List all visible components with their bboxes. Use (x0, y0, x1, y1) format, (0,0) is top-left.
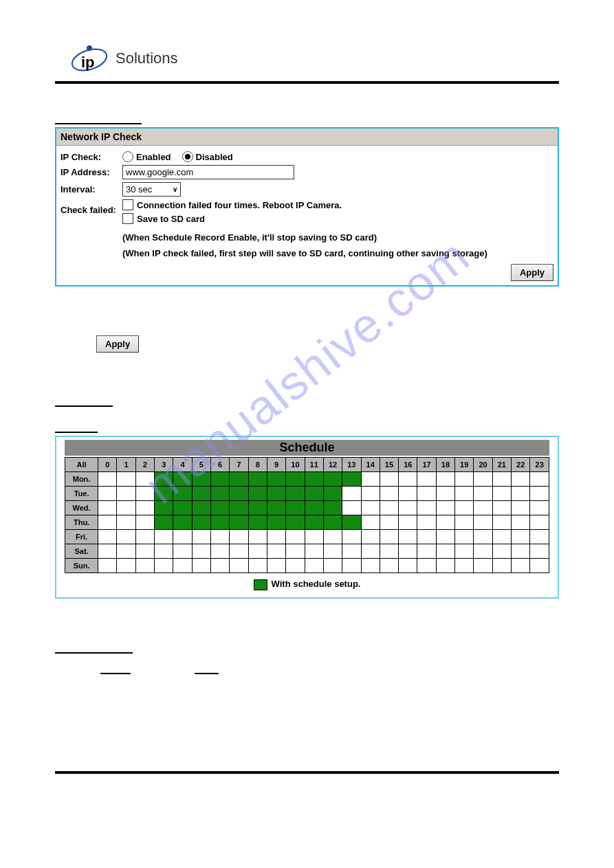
schedule-hour-header[interactable]: 19 (455, 458, 474, 472)
schedule-cell[interactable] (211, 559, 230, 573)
schedule-cell[interactable] (230, 472, 248, 487)
schedule-cell[interactable] (361, 515, 380, 530)
schedule-cell[interactable] (135, 515, 154, 530)
schedule-cell[interactable] (399, 544, 417, 559)
schedule-cell[interactable] (417, 530, 436, 544)
schedule-cell[interactable] (417, 487, 436, 501)
schedule-cell[interactable] (492, 559, 511, 573)
schedule-cell[interactable] (117, 501, 135, 515)
schedule-cell[interactable] (474, 544, 492, 559)
schedule-cell[interactable] (323, 544, 342, 559)
schedule-cell[interactable] (399, 530, 417, 544)
schedule-cell[interactable] (155, 544, 173, 559)
schedule-cell[interactable] (286, 530, 305, 544)
save-sd-checkbox[interactable] (122, 213, 133, 224)
schedule-cell[interactable] (267, 501, 285, 515)
schedule-cell[interactable] (248, 472, 267, 487)
schedule-hour-header[interactable]: 5 (192, 458, 210, 472)
schedule-cell[interactable] (436, 515, 454, 530)
schedule-cell[interactable] (305, 472, 323, 487)
schedule-cell[interactable] (417, 472, 436, 487)
schedule-cell[interactable] (248, 530, 267, 544)
schedule-day-header[interactable]: Mon. (65, 472, 98, 487)
schedule-cell[interactable] (98, 530, 117, 544)
schedule-hour-header[interactable]: 10 (286, 458, 305, 472)
schedule-cell[interactable] (380, 487, 398, 501)
schedule-cell[interactable] (436, 472, 454, 487)
schedule-cell[interactable] (512, 530, 530, 544)
schedule-cell[interactable] (342, 472, 361, 487)
schedule-cell[interactable] (230, 544, 248, 559)
schedule-cell[interactable] (286, 487, 305, 501)
schedule-cell[interactable] (399, 515, 417, 530)
interval-select[interactable]: 30 sec ∨ (122, 182, 181, 197)
schedule-cell[interactable] (323, 515, 342, 530)
schedule-cell[interactable] (286, 515, 305, 530)
schedule-cell[interactable] (455, 530, 474, 544)
schedule-cell[interactable] (399, 501, 417, 515)
schedule-cell[interactable] (267, 472, 285, 487)
schedule-cell[interactable] (436, 501, 454, 515)
schedule-cell[interactable] (530, 544, 549, 559)
schedule-cell[interactable] (512, 487, 530, 501)
schedule-hour-header[interactable]: 13 (342, 458, 361, 472)
schedule-cell[interactable] (380, 515, 398, 530)
schedule-hour-header[interactable]: 11 (305, 458, 323, 472)
schedule-cell[interactable] (135, 487, 154, 501)
schedule-cell[interactable] (342, 487, 361, 501)
schedule-cell[interactable] (512, 544, 530, 559)
schedule-cell[interactable] (117, 544, 135, 559)
schedule-day-header[interactable]: Thu. (65, 515, 98, 530)
schedule-cell[interactable] (98, 559, 117, 573)
schedule-cell[interactable] (530, 501, 549, 515)
schedule-cell[interactable] (98, 501, 117, 515)
enable-link[interactable]: Enable (100, 662, 131, 674)
schedule-cell[interactable] (342, 559, 361, 573)
schedule-cell[interactable] (267, 530, 285, 544)
schedule-cell[interactable] (230, 530, 248, 544)
schedule-cell[interactable] (230, 559, 248, 573)
schedule-hour-header[interactable]: 7 (230, 458, 248, 472)
schedule-cell[interactable] (230, 487, 248, 501)
schedule-hour-header[interactable]: 14 (361, 458, 380, 472)
schedule-cell[interactable] (380, 544, 398, 559)
schedule-cell[interactable] (173, 544, 192, 559)
schedule-cell[interactable] (323, 501, 342, 515)
schedule-cell[interactable] (323, 472, 342, 487)
schedule-cell[interactable] (192, 515, 210, 530)
schedule-cell[interactable] (399, 472, 417, 487)
schedule-cell[interactable] (474, 472, 492, 487)
schedule-cell[interactable] (455, 487, 474, 501)
schedule-hour-header[interactable]: 1 (117, 458, 135, 472)
schedule-hour-header[interactable]: 23 (530, 458, 549, 472)
schedule-cell[interactable] (455, 544, 474, 559)
schedule-hour-header[interactable]: 12 (323, 458, 342, 472)
schedule-cell[interactable] (342, 501, 361, 515)
schedule-cell[interactable] (361, 559, 380, 573)
schedule-cell[interactable] (155, 515, 173, 530)
schedule-cell[interactable] (286, 559, 305, 573)
schedule-hour-header[interactable]: 9 (267, 458, 285, 472)
schedule-cell[interactable] (399, 559, 417, 573)
schedule-cell[interactable] (135, 559, 154, 573)
schedule-cell[interactable] (361, 530, 380, 544)
schedule-cell[interactable] (474, 487, 492, 501)
schedule-cell[interactable] (211, 487, 230, 501)
schedule-cell[interactable] (135, 501, 154, 515)
schedule-cell[interactable] (230, 501, 248, 515)
schedule-cell[interactable] (361, 544, 380, 559)
schedule-cell[interactable] (474, 501, 492, 515)
schedule-hour-header[interactable]: 8 (248, 458, 267, 472)
schedule-cell[interactable] (530, 559, 549, 573)
schedule-cell[interactable] (305, 515, 323, 530)
schedule-cell[interactable] (192, 530, 210, 544)
schedule-cell[interactable] (192, 544, 210, 559)
schedule-day-header[interactable]: Tue. (65, 487, 98, 501)
schedule-hour-header[interactable]: 17 (417, 458, 436, 472)
schedule-cell[interactable] (492, 472, 511, 487)
schedule-hour-header[interactable]: 21 (492, 458, 511, 472)
schedule-cell[interactable] (286, 544, 305, 559)
schedule-cell[interactable] (173, 530, 192, 544)
schedule-cell[interactable] (417, 559, 436, 573)
schedule-day-header[interactable]: Fri. (65, 530, 98, 544)
